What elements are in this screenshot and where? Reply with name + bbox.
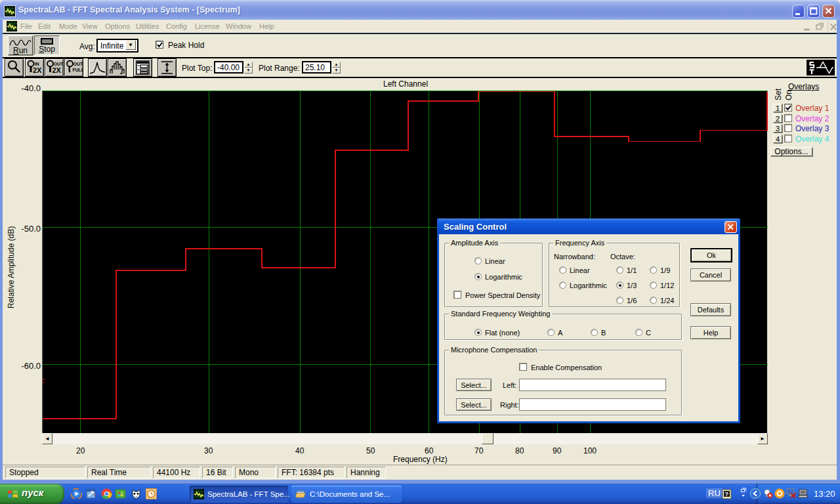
svg-text:?: ?: [725, 491, 729, 497]
svg-text:OUT: OUT: [54, 62, 64, 66]
svg-text:FULL: FULL: [72, 68, 83, 72]
svg-text:OUT: OUT: [73, 62, 83, 66]
svg-text:2X: 2X: [52, 66, 62, 74]
svg-text:IN: IN: [35, 62, 39, 66]
svg-text:2X: 2X: [33, 66, 42, 74]
